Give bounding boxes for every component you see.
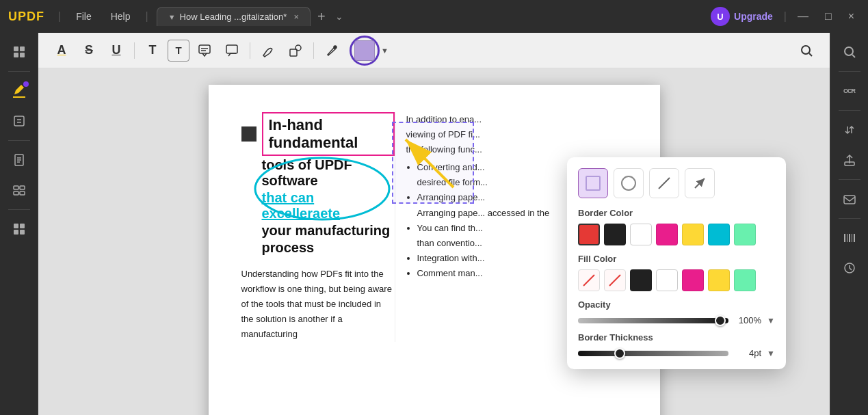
fill-color-grid <box>578 269 775 291</box>
border-color-yellow[interactable] <box>682 224 704 245</box>
opacity-value: 100% <box>734 315 761 325</box>
highlight-tool-button[interactable]: A <box>49 38 74 63</box>
left-sidebar <box>0 33 38 415</box>
toolbar-sep-2 <box>250 42 250 59</box>
tab-close[interactable]: × <box>293 12 299 22</box>
border-color-white[interactable] <box>630 224 652 245</box>
svg-rect-18 <box>14 230 18 235</box>
user-avatar: U <box>711 7 730 26</box>
sidebar-item-organize[interactable] <box>5 176 33 204</box>
border-color-pink[interactable] <box>656 224 678 245</box>
search-button[interactable] <box>794 38 819 63</box>
shape-arrow-btn[interactable] <box>685 168 715 198</box>
strikethrough-tool-button[interactable]: S <box>77 38 101 63</box>
thickness-chevron-icon[interactable]: ▼ <box>767 349 775 358</box>
circle-text: that can excelleraete <box>262 190 341 221</box>
color-circle-highlight[interactable] <box>350 36 380 66</box>
svg-rect-39 <box>845 162 854 165</box>
sidebar-active-dot <box>23 81 29 87</box>
pen-tool-button[interactable] <box>319 38 344 63</box>
right-convert-button[interactable] <box>836 116 863 144</box>
sidebar-item-more[interactable] <box>5 215 33 243</box>
color-picker-popup: Border Color Fill Color <box>567 157 786 369</box>
fill-color-pink[interactable] <box>682 269 704 291</box>
border-color-red[interactable] <box>578 224 600 245</box>
toolbar-right <box>794 38 819 63</box>
svg-rect-19 <box>20 230 25 235</box>
content-column: A S U T T <box>38 33 830 415</box>
close-button[interactable]: × <box>843 8 860 25</box>
minimize-button[interactable]: — <box>792 8 814 25</box>
opacity-slider[interactable] <box>578 318 728 323</box>
circle-text-row: that can excelleraete <box>262 190 395 222</box>
color-dropdown-arrow[interactable]: ▼ <box>381 46 389 55</box>
right-mail-button[interactable] <box>836 185 863 213</box>
fill-color-none1[interactable] <box>578 269 600 291</box>
comment-tool-button[interactable] <box>220 38 244 63</box>
svg-line-35 <box>583 275 594 286</box>
shape-circle-btn[interactable] <box>614 168 644 198</box>
border-color-teal[interactable] <box>708 224 730 245</box>
menu-help[interactable]: Help <box>104 8 137 25</box>
line-icon <box>657 176 672 191</box>
svg-rect-43 <box>849 234 850 242</box>
svg-line-28 <box>809 53 812 56</box>
right-divider-4 <box>839 218 860 219</box>
fill-color-white[interactable] <box>656 269 678 291</box>
fill-color-yellow[interactable] <box>708 269 730 291</box>
subheading-row: tools of UPDF software <box>262 157 395 189</box>
tab-chevron-icon[interactable]: ⌄ <box>335 11 343 22</box>
pdf-col-left: In-hand fundamental tools of UPDF softwa… <box>241 112 395 342</box>
svg-point-37 <box>845 47 853 55</box>
upgrade-button[interactable]: U Upgrade <box>705 4 778 29</box>
tab-add-button[interactable]: + <box>313 9 330 25</box>
text-callout-tool-button[interactable] <box>192 38 217 63</box>
shapes-tool-button[interactable] <box>283 38 308 63</box>
sidebar-item-highlight[interactable] <box>5 77 33 105</box>
shape-rectangle-btn[interactable] <box>578 168 608 198</box>
svg-rect-23 <box>226 45 237 53</box>
fill-color-green[interactable] <box>734 269 756 291</box>
svg-line-32 <box>659 178 670 189</box>
opacity-thumb[interactable] <box>715 315 726 326</box>
border-color-green[interactable] <box>734 224 756 245</box>
right-share-button[interactable] <box>836 146 863 174</box>
sidebar-item-edit[interactable] <box>5 107 33 135</box>
text-box-tool-button[interactable]: T <box>168 40 189 62</box>
draw-tool-button[interactable] <box>256 38 280 63</box>
border-color-black[interactable] <box>604 224 626 245</box>
menu-file[interactable]: File <box>69 8 98 25</box>
svg-rect-1 <box>20 46 25 51</box>
active-color-swatch[interactable] <box>354 40 375 61</box>
toolbar-sep-3 <box>313 42 314 59</box>
sidebar-item-thumbnails[interactable] <box>5 38 33 66</box>
title-bar: UPDF | File Help | ▼ How Leading ...gita… <box>0 0 868 33</box>
thickness-slider[interactable] <box>578 351 728 356</box>
fill-color-none2[interactable] <box>604 269 626 291</box>
maximize-button[interactable]: □ <box>819 8 837 25</box>
sidebar-item-pages[interactable] <box>5 146 33 174</box>
right-search-button[interactable] <box>836 38 863 66</box>
right-ocr-button[interactable]: OCR <box>836 77 863 105</box>
tab-bar: ▼ How Leading ...gitalization* × + ⌄ <box>157 7 700 26</box>
thickness-thumb[interactable] <box>614 348 625 359</box>
tab-title: How Leading ...gitalization* <box>180 12 287 22</box>
sidebar-divider-1 <box>8 71 30 72</box>
right-sidebar: OCR <box>830 33 868 415</box>
sidebar-divider-2 <box>8 140 30 141</box>
right-history-button[interactable] <box>836 254 863 282</box>
svg-rect-24 <box>290 49 297 56</box>
shape-line-btn[interactable] <box>649 168 679 198</box>
fill-color-black[interactable] <box>630 269 652 291</box>
underline-tool-button[interactable]: U <box>104 38 129 63</box>
right-barcode-button[interactable] <box>836 224 863 252</box>
svg-rect-17 <box>20 224 25 228</box>
text-tool-button[interactable]: T <box>140 38 165 63</box>
border-color-label: Border Color <box>578 208 775 218</box>
right-intro: In addition to ena...viewing of PDF fi..… <box>406 112 627 157</box>
tab-main[interactable]: ▼ How Leading ...gitalization* × <box>157 7 311 26</box>
upgrade-label: Upgrade <box>734 11 773 22</box>
right-divider-3 <box>839 179 860 180</box>
svg-rect-41 <box>844 234 845 242</box>
opacity-chevron-icon[interactable]: ▼ <box>767 316 775 325</box>
